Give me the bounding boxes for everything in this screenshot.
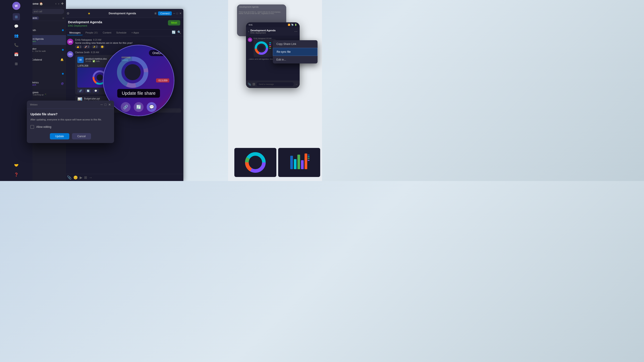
mobile-author-time: Emily Nakagawa 8:45 AM <box>254 37 276 39</box>
topbar-right: 🖥 Connect ─ □ ✕ <box>154 11 182 15</box>
dialog-actions: Update Cancel <box>30 133 110 139</box>
close-icon[interactable]: ✕ <box>179 12 182 15</box>
tab-apps[interactable]: + Apps <box>129 30 141 35</box>
minimize-icon[interactable]: ─ <box>173 12 175 15</box>
nav-back-icon[interactable]: ‹ <box>56 2 56 5</box>
channel-title-topbar: Development Agenda <box>109 12 136 15</box>
more-icon[interactable]: ⊞ <box>84 175 87 180</box>
onedrive-big-label: OneDrive <box>149 50 169 56</box>
channel-info: Development Agenda ENG Deployment <box>68 20 102 27</box>
star-icon[interactable]: ★ <box>88 12 90 15</box>
update-button[interactable]: Update <box>50 133 69 139</box>
svg-rect-17 <box>269 48 271 49</box>
connect-button[interactable]: Connect <box>158 11 172 15</box>
nav-icon-calendar[interactable]: 📅 <box>13 51 20 58</box>
battery-icon: 🔋 <box>294 24 297 26</box>
resync-circle-btn[interactable]: 🔄 <box>134 102 144 112</box>
thumb-2 <box>278 148 320 177</box>
settings-icon[interactable]: ⚙ <box>67 12 70 15</box>
reaction-sparkle[interactable]: ✨ 2 <box>92 45 98 48</box>
dialog-close-btn[interactable]: ✕ <box>108 103 111 106</box>
user-avatar[interactable]: W <box>12 2 20 10</box>
dialog-minimize-btn[interactable]: ─ <box>100 103 103 106</box>
context-resync-file[interactable]: Re-sync file <box>273 48 318 56</box>
right-panel: Development Agenda There we go all of th… <box>228 0 322 181</box>
thumb-chart-2 <box>288 151 310 174</box>
svg-rect-31 <box>308 160 310 161</box>
mobile-status-icons: 📶 📡 🔋 <box>288 24 297 26</box>
gif-icon[interactable]: ▶ <box>80 175 82 180</box>
chat-header: Development Agenda ENG Deployment Meet <box>65 18 183 29</box>
msg-meta-emily: Emily Nakagawa8:20 AM <box>75 39 181 41</box>
signal-icon: 📶 <box>288 24 290 26</box>
allow-editing-label: Allow editing <box>36 125 51 128</box>
reaction-thumbs[interactable]: 👍 1 <box>75 45 82 48</box>
svg-rect-30 <box>308 158 310 159</box>
dialog-body: Update file share? After updating, every… <box>27 109 114 143</box>
svg-point-3 <box>96 74 103 81</box>
send-icon[interactable]: → <box>89 176 92 180</box>
chat-topbar: ⚙ ★ Development Agenda 🖥 Connect ─ □ ✕ <box>65 9 183 18</box>
nav-icon-help[interactable]: ❓ <box>13 171 20 178</box>
mobile-chart-svg <box>254 40 276 56</box>
allow-editing-checkbox[interactable] <box>30 125 34 129</box>
sync-btn[interactable]: 🔄 <box>85 89 91 93</box>
thumb-1 <box>234 148 276 177</box>
nav-icon-activity[interactable]: ⊞ <box>13 13 20 20</box>
circle-icon-group: 🔗 🔄 💬 <box>121 102 156 112</box>
attach-icon[interactable]: 📎 <box>67 175 72 180</box>
reaction-rocket[interactable]: 🚀 2 <box>83 45 90 48</box>
meet-button[interactable]: Meet <box>168 20 180 25</box>
chat-search-icon[interactable]: 🔍 <box>177 30 181 35</box>
bottom-thumbnails <box>232 146 322 179</box>
svg-rect-14 <box>269 42 271 43</box>
mobile-message-input[interactable]: Send a message <box>256 82 294 86</box>
mobile-back-icon[interactable]: ‹ <box>248 30 249 33</box>
maximize-icon[interactable]: □ <box>176 12 178 15</box>
tab-messages[interactable]: Messages <box>67 30 83 35</box>
dialog-checkbox-row: Allow editing <box>30 125 110 129</box>
refresh-icon[interactable]: 🔄 <box>172 30 176 35</box>
nav-forward-icon[interactable]: › <box>58 2 59 5</box>
nav-icon-people[interactable]: 🤝 <box>13 162 20 169</box>
svg-rect-28 <box>308 155 310 156</box>
mobile-attach-icon[interactable]: 📎 <box>248 83 251 86</box>
share-btn[interactable]: 💬 <box>92 89 99 93</box>
bg-mobile-header: Development Agenda <box>237 4 286 9</box>
screen-share-icon[interactable]: 🖥 <box>154 12 157 15</box>
svg-rect-15 <box>269 44 271 45</box>
svg-rect-27 <box>304 153 307 169</box>
mobile-send-icon[interactable]: → <box>295 83 298 86</box>
context-edit-in[interactable]: Edit in... <box>273 56 318 63</box>
tab-content[interactable]: Content <box>100 30 114 35</box>
mobile-input-placeholder: Send a message <box>259 83 274 85</box>
tab-schedule[interactable]: Schedule <box>114 30 129 35</box>
dialog-app-name: Webex <box>30 103 38 106</box>
svg-point-13 <box>258 45 264 51</box>
nav-icon-teams[interactable]: 👥 <box>13 32 20 39</box>
context-menu: Copy Share Link Re-sync file Edit in... <box>273 40 318 63</box>
emoji-icon[interactable]: 😊 <box>73 175 78 180</box>
cancel-button[interactable]: Cancel <box>72 133 91 139</box>
update-file-share-label: Update file share <box>117 89 160 98</box>
mobile-avatar-emily: EN <box>248 37 252 42</box>
nav-icon-apps[interactable]: ⊞ <box>13 60 20 67</box>
filter-menu-icon[interactable]: ≡ <box>62 16 64 20</box>
mobile-status-bar: 9:41 📶 📡 🔋 <box>246 22 300 27</box>
copy-link-circle-btn[interactable]: 🔗 <box>121 102 130 112</box>
share-circle-btn[interactable]: 💬 <box>147 102 156 112</box>
nav-icon-calls[interactable]: 📞 <box>13 41 20 48</box>
svg-rect-23 <box>290 156 293 169</box>
tab-people[interactable]: People (30) <box>83 30 100 35</box>
nav-icon-chat[interactable]: 💬 <box>13 22 20 30</box>
mobile-menu-icon[interactable]: ⋯ <box>294 30 298 33</box>
dialog-maximize-btn[interactable]: □ <box>105 103 106 106</box>
update-file-dialog: Webex ─ □ ✕ Update file share? After upd… <box>27 100 114 143</box>
unread-badge-matthew <box>62 49 64 51</box>
copy-link-btn[interactable]: 🔗 <box>77 89 84 93</box>
context-copy-share-link[interactable]: Copy Share Link <box>273 40 318 48</box>
mobile-image-icon[interactable]: 🖼 <box>252 83 255 86</box>
svg-rect-8 <box>122 56 130 58</box>
unread-badge-umar <box>62 73 64 75</box>
new-chat-icon[interactable]: ✚ <box>61 2 64 5</box>
